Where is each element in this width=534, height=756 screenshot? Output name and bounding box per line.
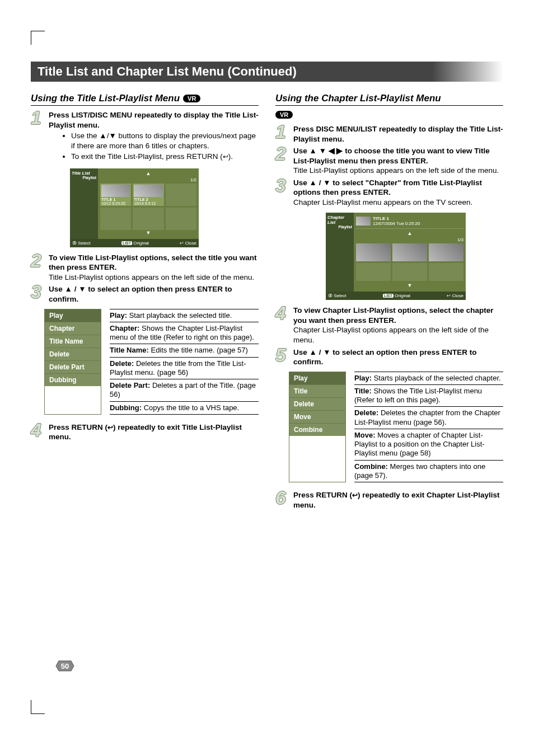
right-column: Using the Chapter List-Playlist Menu VR … — [275, 93, 503, 512]
step-number-1: 1 — [31, 110, 44, 163]
opt-move: Move — [289, 411, 345, 424]
title-list-osd: Title List Playlist ▲ 1/2 TITLE 1 10/12 … — [70, 168, 199, 247]
right-step1: Press DISC MENU/LIST repeatedly to displ… — [293, 124, 503, 144]
step-number-2: 2 — [31, 253, 44, 283]
return-icon — [352, 491, 358, 499]
left-step1: Press LIST/DISC MENU repeatedly to displ… — [49, 110, 259, 163]
left-step4: Press RETURN () repeatedly to exit Title… — [49, 422, 259, 442]
left-option-menu: Play Chapter Title Name Delete Delete Pa… — [44, 309, 101, 415]
right-step2: Use ▲ ▼ ◀ ▶ to choose the title you want… — [293, 146, 503, 176]
opt-dubbing: Dubbing — [45, 374, 101, 386]
vr-badge: VR — [183, 95, 200, 102]
opt-play: Play — [289, 372, 345, 385]
opt-delete-part: Delete Part — [45, 361, 101, 374]
opt-delete: Delete — [289, 398, 345, 411]
left-column: Using the Title List-Playlist Menu VR 1 … — [31, 93, 259, 512]
opt-chapter: Chapter — [45, 322, 101, 335]
opt-play: Play — [45, 309, 101, 322]
step-number-4: 4 — [275, 306, 289, 345]
step-number-6: 6 — [275, 490, 289, 510]
step-number-4: 4 — [31, 422, 44, 442]
page-number-badge: 50 — [53, 660, 77, 672]
left-step2: To view Title List-Playlist options, sel… — [49, 253, 259, 283]
opt-title-name: Title Name — [45, 335, 101, 348]
right-section-heading: Using the Chapter List-Playlist Menu — [275, 93, 503, 106]
vr-badge: VR — [275, 111, 293, 119]
step-number-2: 2 — [275, 146, 289, 176]
opt-combine: Combine — [289, 424, 345, 436]
left-step3: Use ▲ / ▼ to select an option then press… — [49, 284, 259, 304]
return-icon — [223, 152, 228, 161]
page-title-bar: Title List and Chapter List Menu (Contin… — [31, 62, 503, 82]
right-step6: Press RETURN () repeatedly to exit Chapt… — [293, 490, 503, 510]
right-desc-list: Play: Starts playback of the selected ch… — [354, 372, 503, 483]
right-step5: Use ▲ / ▼ to select an option then press… — [293, 348, 503, 367]
step-number-3: 3 — [275, 178, 289, 208]
left-step1-bullet2: To exit the Title List-Playlist, press R… — [71, 152, 259, 162]
step-number-5: 5 — [275, 348, 289, 367]
step-number-3: 3 — [31, 284, 44, 304]
right-step4: To view Chapter List-Playlist options, s… — [293, 306, 503, 345]
left-section-heading: Using the Title List-Playlist Menu VR — [31, 93, 259, 106]
right-heading-text: Using the Chapter List-Playlist Menu — [275, 93, 441, 104]
chapter-list-osd: Chapter List Playlist TITLE 1 12/07/2004… — [326, 213, 466, 300]
opt-title: Title — [289, 385, 345, 398]
return-icon — [107, 423, 113, 431]
right-option-menu: Play Title Delete Move Combine — [289, 372, 346, 483]
right-step3: Use ▲ / ▼ to select "Chapter" from Title… — [293, 178, 503, 208]
opt-delete: Delete — [45, 348, 101, 361]
left-step1-bullet1: Use the ▲/▼ buttons to display the previ… — [71, 131, 259, 151]
left-heading-text: Using the Title List-Playlist Menu — [31, 93, 180, 104]
left-desc-list: Play: Start playback the selected title.… — [110, 309, 259, 415]
step-number-1: 1 — [275, 124, 289, 144]
